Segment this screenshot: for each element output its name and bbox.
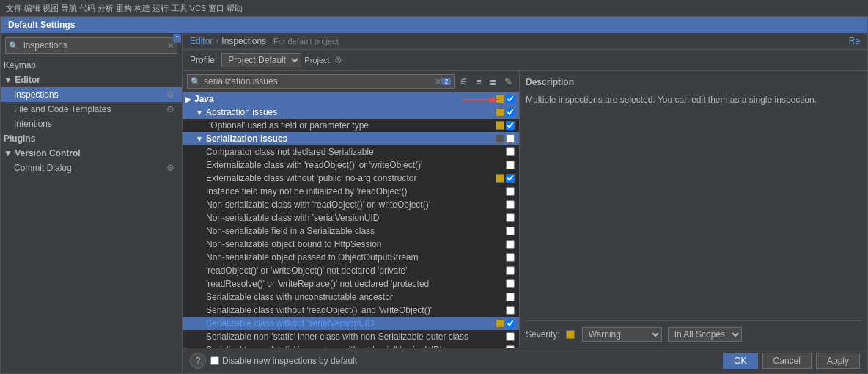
cb-serial[interactable]: [506, 134, 515, 143]
label-serial-nonstatic-without: Serializable non-'static' inner class wi…: [206, 345, 506, 348]
cb-non-serial-field[interactable]: [506, 227, 515, 235]
file-templates-gear[interactable]: ⚙: [166, 104, 174, 114]
breadcrumb-editor[interactable]: Editor: [190, 36, 213, 46]
insp-search-bar: 🔍 ✕ 2 ⚟ ≡ ≣ ✎: [183, 71, 519, 92]
tree-row-readresolve-protected[interactable]: 'readResolve()' or 'writeReplace()' not …: [183, 277, 519, 290]
sidebar-item-inspections[interactable]: Inspections ⚙: [1, 87, 182, 102]
cb-abstraction[interactable]: [506, 108, 515, 117]
breadcrumb-current: Inspections: [221, 36, 266, 46]
cb-serial-without-versionuid[interactable]: [506, 319, 515, 328]
left-search-box[interactable]: 🔍 ✕ 1: [5, 37, 177, 54]
color-serial-versionuid: [496, 319, 504, 328]
tree-row-serial-unconstructable[interactable]: Serializable class with unconstructable …: [183, 290, 519, 304]
cb-externalizable-public[interactable]: [506, 174, 515, 183]
checks-java: [496, 95, 515, 103]
cb-readobject-private[interactable]: [506, 266, 515, 275]
label-non-serial-outputstream: Non-serializable object passed to Object…: [206, 252, 506, 263]
tree-row-non-serial-versionuid[interactable]: Non-serializable class with 'serialVersi…: [183, 211, 519, 224]
breadcrumb-bar: Editor › Inspections For default project…: [183, 33, 867, 50]
label-serial-without-versionuid: Serializable class without 'serialVersio…: [206, 318, 496, 329]
sidebar-item-intentions[interactable]: Intentions: [1, 117, 182, 131]
tree-row-serial-without-versionuid[interactable]: Serializable class without 'serialVersio…: [183, 317, 519, 330]
tree-row-serial-nonstatic-nonserial[interactable]: Serializable non-'static' inner class wi…: [183, 330, 519, 343]
toggle-serial: ▼: [196, 135, 203, 143]
tree-row-serial-nonstatic-without[interactable]: Serializable non-'static' inner class wi…: [183, 343, 519, 348]
tree-row-non-serial-outputstream[interactable]: Non-serializable object passed to Object…: [183, 251, 519, 264]
tree-row-abstraction[interactable]: ▼ Abstraction issues: [183, 106, 519, 119]
sidebar-item-version-control[interactable]: ▼ Version Control: [1, 146, 182, 161]
description-text: Multiple inspections are selected. You c…: [526, 93, 861, 106]
inspections-gear[interactable]: ⚙: [166, 89, 174, 100]
collapse-all-icon[interactable]: ≣: [487, 76, 499, 88]
cb-readresolve-protected[interactable]: [506, 279, 515, 288]
cb-serial-unconstructable[interactable]: [506, 293, 515, 301]
apply-button[interactable]: Apply: [816, 353, 860, 369]
left-panel: 🔍 ✕ 1 Keymap ▼ Editor Inspections ⚙ File…: [1, 33, 183, 373]
profile-type: Project: [304, 56, 329, 65]
cb-instance-field[interactable]: [506, 187, 515, 196]
sidebar-item-commit-dialog[interactable]: Commit Dialog ⚙: [1, 161, 182, 175]
label-abstraction: Abstraction issues: [206, 107, 496, 117]
cb-non-serial-versionuid[interactable]: [506, 213, 515, 222]
severity-select[interactable]: Warning Error Weak Warning Information: [582, 327, 662, 342]
cb-serial-nonstatic-without[interactable]: [506, 345, 515, 348]
tree-row-optional-field[interactable]: 'Optional' used as field or parameter ty…: [183, 119, 519, 132]
severity-label: Severity:: [526, 329, 560, 340]
cb-non-serial-outputstream[interactable]: [506, 253, 515, 262]
sidebar-item-file-code-templates[interactable]: File and Code Templates ⚙: [1, 102, 182, 117]
insp-search-clear[interactable]: ✕: [435, 77, 441, 87]
tree-row-readobject-private[interactable]: 'readObject()' or 'writeObject()' not de…: [183, 264, 519, 277]
cb-comparator[interactable]: [506, 147, 515, 156]
ok-button[interactable]: OK: [723, 353, 757, 369]
description-title: Description: [526, 77, 861, 87]
severity-color-box: [566, 330, 575, 339]
disable-new-inspections-checkbox[interactable]: [210, 356, 219, 365]
sidebar-item-editor[interactable]: ▼ Editor: [1, 73, 182, 87]
tree-row-non-serial-field[interactable]: Non-serializable field in a Serializable…: [183, 224, 519, 238]
checks-optional: [496, 121, 515, 130]
cb-serial-without-read[interactable]: [506, 306, 515, 315]
label-serialization: Serialization issues: [206, 133, 496, 144]
left-search-icon: 🔍: [9, 41, 19, 51]
filter-icon[interactable]: ⚟: [457, 76, 471, 88]
tree-row-serialization[interactable]: ▼ Serialization issues: [183, 132, 519, 145]
description-panel: Description Multiple inspections are sel…: [520, 71, 867, 348]
tree-row-instance-field[interactable]: Instance field may not be initialized by…: [183, 185, 519, 198]
color-serial: [496, 134, 504, 143]
cb-serial-nonstatic-nonserial[interactable]: [506, 332, 515, 341]
label-non-serial-httpsession: Non-serializable object bound to HttpSes…: [206, 239, 506, 249]
profile-gear-icon[interactable]: ⚙: [334, 55, 342, 65]
left-search-input[interactable]: [22, 40, 167, 51]
cb-non-serial-read[interactable]: [506, 200, 515, 209]
tree-row-non-serial-httpsession[interactable]: Non-serializable object bound to HttpSes…: [183, 238, 519, 251]
label-externalizable-public: Externalizable class without 'public' no…: [206, 173, 496, 183]
profile-select[interactable]: Project Default Default: [221, 53, 301, 67]
cb-externalizable-read[interactable]: [506, 161, 515, 169]
tree-row-non-serial-read[interactable]: Non-serializable class with 'readObject(…: [183, 198, 519, 211]
re-link[interactable]: Re: [849, 36, 860, 46]
label-readresolve-protected: 'readResolve()' or 'writeReplace()' not …: [206, 279, 506, 289]
cb-non-serial-httpsession[interactable]: [506, 240, 515, 249]
profile-label: Profile:: [190, 55, 217, 65]
tree-row-comparator[interactable]: Comparator class not declared Serializab…: [183, 145, 519, 158]
edit-icon[interactable]: ✎: [502, 76, 515, 88]
commit-dialog-gear[interactable]: ⚙: [166, 163, 174, 173]
label-instance-field: Instance field may not be initialized by…: [206, 186, 506, 197]
profile-bar: Profile: Project Default Default Project…: [183, 50, 867, 71]
help-button[interactable]: ?: [190, 353, 206, 369]
cb-java[interactable]: [506, 95, 515, 103]
tree-row-externalizable-read[interactable]: Externalizable class with 'readObject()'…: [183, 158, 519, 172]
insp-search-input[interactable]: [204, 76, 435, 87]
cb-optional[interactable]: [506, 121, 515, 130]
scope-select[interactable]: In All Scopes Everywhere In tests: [668, 327, 742, 342]
sidebar-item-plugins[interactable]: Plugins: [1, 131, 182, 146]
title-bar-text: 文件 编辑 视图 导航 代码 分析 重构 构建 运行 工具 VCS 窗口 帮助: [6, 3, 243, 14]
sidebar-item-keymap[interactable]: Keymap: [1, 58, 182, 73]
toggle-abstraction: ▼: [196, 109, 203, 117]
cancel-button[interactable]: Cancel: [762, 353, 812, 369]
expand-all-icon[interactable]: ≡: [474, 76, 484, 88]
tree-row-externalizable-public[interactable]: Externalizable class without 'public' no…: [183, 172, 519, 185]
label-non-serial-field: Non-serializable field in a Serializable…: [206, 226, 506, 236]
tree-row-java[interactable]: ▶ Java: [183, 92, 519, 106]
tree-row-serial-without-read[interactable]: Serializable class without 'readObject()…: [183, 304, 519, 317]
